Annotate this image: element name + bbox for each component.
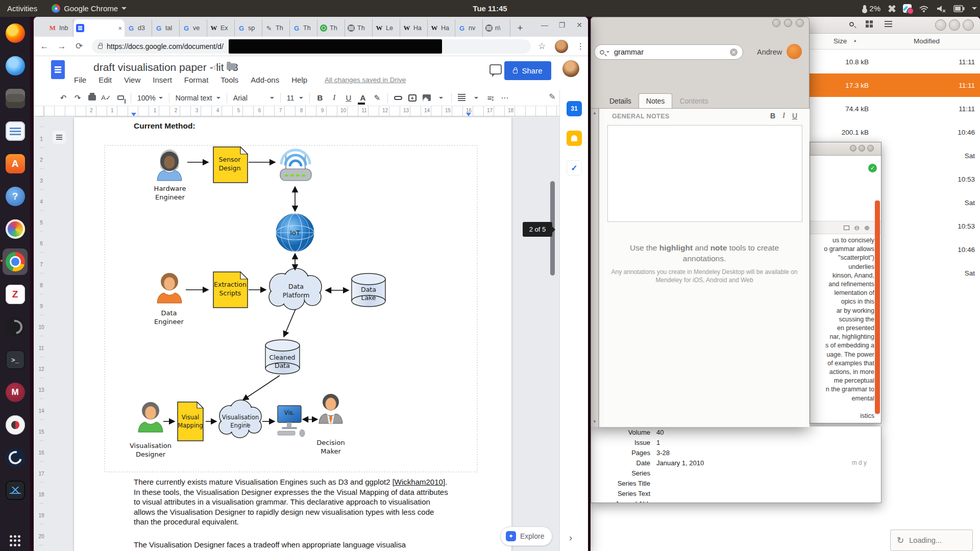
file-row[interactable]: 74.4 kB 11:11: [810, 97, 980, 120]
profile-avatar[interactable]: [555, 40, 568, 53]
slack-icon[interactable]: [903, 4, 912, 13]
pdf-scrollbar[interactable]: [875, 201, 880, 415]
dock-item[interactable]: [0, 17, 30, 49]
user-name[interactable]: Andrew: [757, 48, 782, 56]
styles-select[interactable]: Normal text: [173, 94, 224, 102]
minimize-button[interactable]: [772, 19, 780, 27]
menu-item[interactable]: Tools: [220, 76, 238, 84]
insert-image-icon[interactable]: [421, 92, 433, 104]
right-indent-marker[interactable]: [466, 113, 471, 116]
wifi-icon[interactable]: [919, 5, 929, 13]
spellcheck-icon[interactable]: A✓: [100, 92, 112, 104]
move-folder-icon[interactable]: [227, 63, 236, 70]
detail-field-row[interactable]: Series: [591, 468, 881, 478]
close-button[interactable]: [867, 145, 874, 152]
detail-field-row[interactable]: Pages 3-28: [591, 447, 881, 458]
undo-icon[interactable]: ↶: [57, 92, 69, 104]
grid-view-icon[interactable]: [866, 20, 873, 28]
dock-item[interactable]: [0, 115, 30, 147]
panel-tab[interactable]: Notes: [639, 93, 673, 108]
browser-tab[interactable]: Th: [290, 19, 317, 37]
italic-button[interactable]: I: [782, 112, 785, 120]
dock-item[interactable]: ?: [0, 180, 30, 213]
dock-item[interactable]: [0, 311, 30, 343]
dock-item[interactable]: Z: [0, 278, 30, 311]
print-icon[interactable]: [86, 92, 98, 104]
fit-page-icon[interactable]: [844, 226, 849, 230]
browser-tab[interactable]: tal: [152, 19, 180, 37]
activities-button[interactable]: Activities: [0, 0, 44, 17]
font-select[interactable]: Arial: [230, 94, 277, 102]
modified-column-header[interactable]: Modified: [914, 37, 940, 45]
bookmark-star-icon[interactable]: ☆: [538, 41, 546, 52]
maximize-button[interactable]: ❐: [557, 21, 567, 29]
clock[interactable]: Tue 11:45: [473, 4, 507, 13]
hide-side-panel-icon[interactable]: ›: [569, 533, 572, 543]
battery-icon[interactable]: [953, 5, 965, 12]
field-value[interactable]: 1: [650, 439, 660, 446]
scroll-up-icon[interactable]: ▲: [593, 111, 597, 115]
search-options-caret[interactable]: [606, 51, 609, 53]
line-spacing-icon[interactable]: ≡↕: [484, 92, 497, 104]
dock-item[interactable]: [0, 49, 30, 82]
account-avatar[interactable]: [562, 60, 579, 77]
field-value[interactable]: 40: [650, 429, 664, 436]
insert-link-icon[interactable]: [392, 92, 404, 104]
dock-item[interactable]: [0, 82, 30, 115]
document-page[interactable]: Current Method:: [74, 117, 511, 551]
close-button[interactable]: [796, 19, 804, 27]
panel-tab[interactable]: Contents: [672, 94, 715, 108]
detail-field-row[interactable]: Issue 1: [591, 437, 881, 447]
file-row[interactable]: 200.1 kB 10:46: [810, 120, 980, 144]
menu-item[interactable]: Format: [184, 76, 209, 84]
pdf-titlebar[interactable]: [810, 142, 881, 156]
avatar[interactable]: [787, 44, 802, 59]
browser-tab[interactable]: n\: [483, 19, 510, 37]
show-outline-icon[interactable]: [53, 131, 66, 144]
browser-tab[interactable]: Inb: [46, 19, 74, 37]
underline-button[interactable]: U: [342, 92, 355, 104]
menu-item[interactable]: Add-ons: [251, 76, 279, 84]
editing-mode-icon[interactable]: ✎: [549, 92, 555, 102]
detail-field-row[interactable]: Series Title: [591, 478, 881, 488]
zoom-out-icon[interactable]: ⊖: [854, 224, 860, 232]
dock-item[interactable]: [0, 441, 30, 474]
star-icon[interactable]: ☆: [212, 62, 219, 72]
highlight-button[interactable]: ✎: [371, 92, 383, 104]
bold-button[interactable]: B: [770, 112, 775, 120]
dock-item[interactable]: A: [0, 147, 30, 180]
browser-menu-icon[interactable]: ⋮: [576, 41, 585, 51]
dock-item[interactable]: [0, 213, 30, 245]
browser-tab[interactable]: nv: [455, 19, 483, 37]
menu-item[interactable]: File: [74, 76, 86, 84]
file-row[interactable]: 10.8 kB 11:11: [810, 50, 980, 73]
share-button[interactable]: Share: [504, 61, 551, 80]
maximize-button[interactable]: [859, 145, 865, 152]
close-button[interactable]: [963, 19, 974, 31]
clear-search-icon[interactable]: ✕: [730, 48, 738, 56]
more-options-icon[interactable]: ⋯: [499, 92, 511, 104]
maximize-button[interactable]: [784, 19, 792, 27]
app-menu[interactable]: Google Chrome: [44, 0, 134, 17]
reload-button[interactable]: ⟳: [72, 40, 86, 53]
search-icon[interactable]: [849, 22, 854, 27]
maximize-button[interactable]: [949, 19, 960, 31]
scrollbar[interactable]: ▲ ▼: [591, 109, 599, 427]
dock-item[interactable]: [0, 474, 30, 507]
font-size-select[interactable]: 11: [284, 94, 306, 102]
dock-item[interactable]: >_: [0, 343, 30, 376]
browser-tab[interactable]: Le: [373, 19, 400, 37]
citation-link[interactable]: [Wickham2010]: [393, 478, 445, 486]
detail-field-row[interactable]: Volume 40: [591, 427, 881, 437]
zoom-select[interactable]: 100%: [134, 94, 166, 102]
zoom-in-icon[interactable]: ⊕: [864, 224, 870, 232]
dock-item[interactable]: [0, 409, 30, 441]
horizontal-ruler[interactable]: 2 1 123456789101112131415161718: [34, 106, 559, 116]
browser-tab[interactable]: ×: [74, 19, 125, 37]
browser-tab[interactable]: Th: [317, 19, 345, 37]
browser-tab[interactable]: sp: [235, 19, 262, 37]
saved-status-link[interactable]: All changes saved in Drive: [325, 76, 406, 84]
detail-field-row[interactable]: Journal Abb: [591, 498, 881, 503]
calendar-icon[interactable]: 31: [567, 101, 582, 116]
redo-icon[interactable]: ↷: [71, 92, 84, 104]
